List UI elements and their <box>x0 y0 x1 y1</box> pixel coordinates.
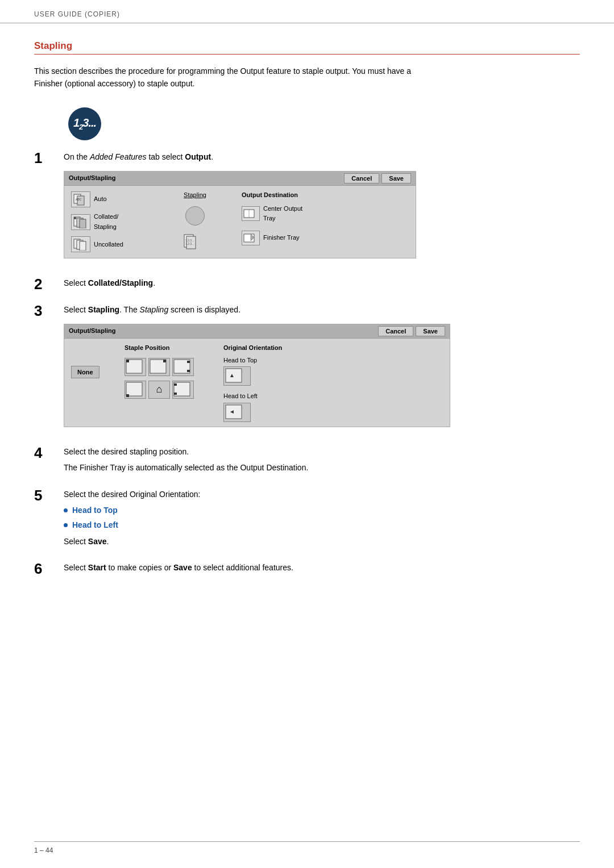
step-3-text: Select Stapling. The Stapling screen is … <box>64 303 580 316</box>
panel-2-cancel-btn[interactable]: Cancel <box>378 326 413 336</box>
staple-pos-right-double[interactable] <box>172 358 194 376</box>
center-output-item[interactable]: Center OutputTray <box>242 204 327 224</box>
bullet-dot-2 <box>64 523 68 527</box>
panel-2-save-btn[interactable]: Save <box>416 326 445 336</box>
panel-2-title: Output/Stapling <box>69 326 115 336</box>
stapling-label: Stapling <box>184 190 206 201</box>
orientation-head-to-left[interactable]: Head to Left ◄ <box>223 391 286 422</box>
step-4-number: 4 <box>34 445 64 460</box>
center-output-label: Center OutputTray <box>263 204 302 224</box>
staple-tl-svg <box>125 358 146 375</box>
step-6-content: Select Start to make copies or Save to s… <box>64 561 580 577</box>
step-6-text: Select Start to make copies or Save to s… <box>64 561 580 574</box>
staple-pos-top-right[interactable] <box>148 358 170 376</box>
step-3-content: Select Stapling. The Stapling screen is … <box>64 303 580 435</box>
collate-icon: 1.2.3... 1.2.3... <box>183 233 207 252</box>
staple-pos-bottom-right[interactable] <box>172 381 194 399</box>
panel-1-left: ABC Auto <box>69 190 148 253</box>
center-output-icon <box>242 206 260 221</box>
page: User Guide (Copier) Stapling This sectio… <box>0 0 614 868</box>
main-content: Stapling This section describes the proc… <box>0 23 614 622</box>
panel-item-collated[interactable]: Collated/Stapling <box>69 211 148 233</box>
step-1-italic: Added Features <box>90 152 147 161</box>
finisher-tray-item[interactable]: Finisher Tray <box>242 231 327 245</box>
step-1-text: On the Added Features tab select Output. <box>64 151 580 163</box>
svg-rect-9 <box>80 241 86 251</box>
svg-rect-19 <box>126 360 129 362</box>
step-2: 2 Select Collated/Stapling. <box>34 277 580 293</box>
staple-positions: Staple Position <box>125 343 215 399</box>
step-5-text: Select the desired Original Orientation: <box>64 488 580 500</box>
step-3: 3 Select Stapling. The Stapling screen i… <box>34 303 580 435</box>
staple-row-2: ⌂ <box>125 381 215 399</box>
stapling-circle-btn[interactable] <box>185 206 205 226</box>
collated-svg <box>73 216 89 228</box>
svg-text:▲: ▲ <box>229 372 235 378</box>
none-btn[interactable]: None <box>71 366 99 378</box>
orientation-head-to-top[interactable]: Head to Top ▲ <box>223 356 286 386</box>
svg-text:1.2.3...: 1.2.3... <box>185 242 194 245</box>
step-2-bold: Collated/Stapling <box>88 278 153 287</box>
output-stapling-panel-2: Output/Stapling Cancel Save None <box>64 324 450 427</box>
output-stapling-panel-1: Output/Stapling Cancel Save <box>64 171 416 258</box>
uncollated-label: Uncollated <box>94 240 123 250</box>
staple-pos-center[interactable]: ⌂ <box>148 381 170 399</box>
step-badge: 123... <box>68 107 101 140</box>
svg-rect-21 <box>163 360 166 362</box>
step-6-save-bold: Save <box>173 563 192 572</box>
step-6-start-bold: Start <box>88 563 106 572</box>
uncollated-svg <box>73 238 89 251</box>
panel-item-auto[interactable]: ABC Auto <box>69 190 148 208</box>
finisher-tray-label: Finisher Tray <box>263 233 300 243</box>
staple-rd-svg <box>173 358 193 375</box>
svg-rect-23 <box>187 361 190 363</box>
finisher-tray-svg <box>243 232 259 244</box>
intro-text: This section describes the procedure for… <box>34 65 421 90</box>
staple-row-1 <box>125 358 215 376</box>
step-5-after: Select Save. <box>64 535 580 548</box>
svg-rect-5 <box>80 219 86 228</box>
panel-1-body: ABC Auto <box>64 186 416 258</box>
output-dest-title: Output Destination <box>242 190 327 201</box>
step-2-text: Select Collated/Stapling. <box>64 277 580 289</box>
auto-svg: ABC <box>73 193 89 206</box>
step-5-content: Select the desired Original Orientation:… <box>64 488 580 552</box>
panel-1-middle: Stapling 1.2.3... 1.2.3... <box>155 190 235 253</box>
staple-br-svg <box>173 381 193 398</box>
bullet-dot-1 <box>64 508 68 512</box>
step-5: 5 Select the desired Original Orientatio… <box>34 488 580 552</box>
head-to-left-link[interactable]: Head to Left <box>72 519 118 531</box>
head-to-top-icon: ▲ <box>223 366 251 386</box>
section-title: Stapling <box>34 40 580 55</box>
auto-label: Auto <box>94 194 107 205</box>
svg-text:ABC: ABC <box>76 198 82 201</box>
step-1: 1 On the Added Features tab select Outpu… <box>34 151 580 267</box>
panel-2-buttons: Cancel Save <box>378 326 445 336</box>
badge-text: 123... <box>73 116 96 131</box>
panel-2-body: None Staple Position <box>64 339 450 427</box>
panel-2-none: None <box>71 343 117 378</box>
svg-rect-24 <box>187 370 190 372</box>
bullet-head-to-left: Head to Left <box>64 519 580 531</box>
panel-1-save-btn[interactable]: Save <box>381 173 411 183</box>
page-header: User Guide (Copier) <box>0 0 614 23</box>
staple-tr-svg <box>149 358 169 375</box>
step-1-content: On the Added Features tab select Output.… <box>64 151 580 267</box>
step-5-save-bold: Save <box>88 537 107 546</box>
bullet-head-to-top: Head to Top <box>64 504 580 516</box>
head-to-top-link[interactable]: Head to Top <box>72 504 118 516</box>
page-footer: 1 – 44 <box>34 841 580 854</box>
panel-item-uncollated[interactable]: Uncollated <box>69 235 148 253</box>
staple-positions-title: Staple Position <box>125 343 215 353</box>
svg-point-6 <box>74 217 76 219</box>
panel-1-cancel-btn[interactable]: Cancel <box>344 173 379 183</box>
staple-bl-svg <box>125 381 146 398</box>
step-4: 4 Select the desired stapling position. … <box>34 445 580 478</box>
step-6-number: 6 <box>34 561 64 576</box>
panel-2-header: Output/Stapling Cancel Save <box>64 324 450 339</box>
svg-text:◄: ◄ <box>229 408 235 415</box>
staple-pos-top-left[interactable] <box>125 358 146 376</box>
step-4-subtext: The Finisher Tray is automatically selec… <box>64 461 580 474</box>
staple-pos-bottom-left[interactable] <box>125 381 146 399</box>
uncollated-icon <box>71 236 90 252</box>
